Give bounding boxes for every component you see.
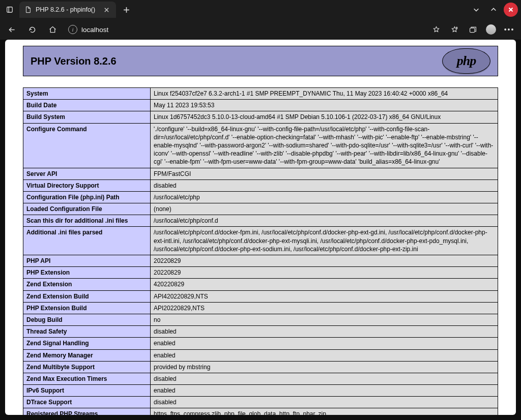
plus-icon — [123, 7, 130, 13]
profile-button[interactable] — [483, 22, 499, 37]
phpinfo-general-table: SystemLinux f254037cf2e7 6.3.2-arch1-1 #… — [23, 87, 498, 415]
row-key: Zend Extension Build — [23, 290, 151, 302]
tab-overview-icon — [6, 6, 13, 13]
browser-chrome: PHP 8.2.6 - phpinfo() i — [0, 0, 521, 40]
row-key: Zend Multibyte Support — [23, 361, 151, 373]
row-value: 420220829 — [151, 279, 498, 290]
close-icon — [104, 7, 109, 13]
table-row: Debug Buildno — [23, 314, 498, 325]
url-text: localhost — [81, 26, 108, 34]
row-key: Additional .ini files parsed — [23, 227, 151, 255]
row-key: Server API — [23, 168, 151, 179]
app-menu-button[interactable]: ••• — [502, 22, 517, 37]
more-icon: ••• — [504, 25, 515, 34]
close-icon — [507, 6, 514, 13]
row-value: disabled — [151, 373, 498, 384]
phpinfo-header: PHP Version 8.2.6 php — [23, 46, 498, 76]
svg-rect-0 — [7, 7, 13, 13]
row-key: Thread Safety — [23, 326, 151, 338]
row-value: API20220829,NTS — [151, 302, 498, 314]
row-value: 20220829 — [151, 267, 498, 279]
row-key: Virtual Directory Support — [23, 179, 151, 191]
table-row: DTrace Supportdisabled — [23, 397, 498, 408]
favorite-star-button[interactable] — [428, 22, 444, 37]
table-row: Thread Safetydisabled — [23, 326, 498, 338]
row-key: Registered PHP Streams — [23, 408, 151, 415]
table-row: Additional .ini files parsed/usr/local/e… — [23, 227, 498, 255]
page-scroll-area[interactable]: PHP Version 8.2.6 php SystemLinux f25403… — [5, 40, 516, 415]
chevron-up-icon — [490, 6, 497, 13]
row-key: PHP Extension — [23, 267, 151, 279]
table-row: Configuration File (php.ini) Path/usr/lo… — [23, 191, 498, 203]
home-icon — [48, 25, 57, 34]
favorites-button[interactable] — [447, 22, 462, 37]
row-key: System — [23, 88, 151, 100]
tab-overview-button[interactable] — [3, 3, 16, 16]
row-value: 20220829 — [151, 255, 498, 267]
arrow-left-icon — [8, 25, 16, 34]
row-value: May 11 2023 19:53:53 — [151, 100, 498, 111]
row-key: Debug Build — [23, 314, 151, 325]
row-value: /usr/local/etc/php/conf.d/docker-fpm.ini… — [151, 227, 498, 255]
tab-strip: PHP 8.2.6 - phpinfo() — [0, 0, 521, 19]
table-row: PHP Extension BuildAPI20220829,NTS — [23, 302, 498, 314]
table-row: Loaded Configuration File(none) — [23, 203, 498, 215]
nav-back-button[interactable] — [4, 22, 19, 37]
star-sparkle-icon — [432, 25, 441, 34]
avatar-icon — [486, 24, 496, 35]
row-key: PHP API — [23, 255, 151, 267]
table-row: PHP API20220829 — [23, 255, 498, 267]
chevron-down-icon — [473, 6, 480, 13]
row-value: provided by mbstring — [151, 361, 498, 373]
row-key: PHP Extension Build — [23, 302, 151, 314]
collections-icon — [469, 25, 477, 34]
table-row: Registered PHP Streamshttps, ftps, compr… — [23, 408, 498, 415]
row-value: https, ftps, compress.zlib, php, file, g… — [151, 408, 498, 415]
window-close-button[interactable] — [504, 3, 518, 17]
row-key: Scan this dir for additional .ini files — [23, 215, 151, 227]
row-key: Zend Signal Handling — [23, 338, 151, 349]
table-row: SystemLinux f254037cf2e7 6.3.2-arch1-1 #… — [23, 88, 498, 100]
table-row: Build SystemLinux 1d6757452dc3 5.10.0-13… — [23, 111, 498, 123]
tab-close-button[interactable] — [102, 5, 111, 14]
table-row: Zend Signal Handlingenabled — [23, 338, 498, 349]
address-bar[interactable]: i localhost — [65, 25, 423, 34]
row-key: Build Date — [23, 100, 151, 111]
table-row: Virtual Directory Supportdisabled — [23, 179, 498, 191]
row-value: Linux 1d6757452dc3 5.10.0-13-cloud-amd64… — [151, 111, 498, 123]
table-row: PHP Extension20220829 — [23, 267, 498, 279]
table-row: Zend Max Execution Timersdisabled — [23, 373, 498, 384]
browser-tab[interactable]: PHP 8.2.6 - phpinfo() — [19, 2, 116, 18]
row-value: disabled — [151, 326, 498, 338]
row-value: disabled — [151, 397, 498, 408]
row-key: DTrace Support — [23, 397, 151, 408]
tab-title: PHP 8.2.6 - phpinfo() — [36, 6, 98, 13]
browser-toolbar: i localhost ••• — [0, 19, 521, 40]
row-value: './configure' '--build=x86_64-linux-gnu'… — [151, 123, 498, 168]
collections-button[interactable] — [465, 22, 480, 37]
page-viewport: PHP Version 8.2.6 php SystemLinux f25403… — [5, 40, 516, 415]
table-row: Zend Extension BuildAPI420220829,NTS — [23, 290, 498, 302]
site-info-icon[interactable]: i — [68, 25, 77, 34]
nav-home-button[interactable] — [45, 22, 60, 37]
reload-icon — [28, 25, 37, 34]
table-row: Server APIFPM/FastCGI — [23, 168, 498, 179]
row-value: Linux f254037cf2e7 6.3.2-arch1-1 #1 SMP … — [151, 88, 498, 100]
phpinfo-page: PHP Version 8.2.6 php SystemLinux f25403… — [23, 40, 498, 415]
row-key: Zend Max Execution Timers — [23, 373, 151, 384]
window-minimize-like-button[interactable] — [469, 3, 483, 17]
table-row: Zend Multibyte Supportprovided by mbstri… — [23, 361, 498, 373]
new-tab-button[interactable] — [119, 3, 133, 17]
row-value: enabled — [151, 349, 498, 361]
php-logo: php — [442, 48, 490, 74]
window-maximize-like-button[interactable] — [486, 3, 501, 17]
row-value: enabled — [151, 338, 498, 349]
table-row: IPv6 Supportenabled — [23, 385, 498, 397]
table-row: Zend Memory Managerenabled — [23, 349, 498, 361]
php-logo-text: php — [457, 53, 476, 69]
row-key: Loaded Configuration File — [23, 203, 151, 215]
row-key: Configure Command — [23, 123, 151, 168]
row-key: Zend Memory Manager — [23, 349, 151, 361]
row-key: IPv6 Support — [23, 385, 151, 397]
nav-reload-button[interactable] — [24, 22, 40, 37]
